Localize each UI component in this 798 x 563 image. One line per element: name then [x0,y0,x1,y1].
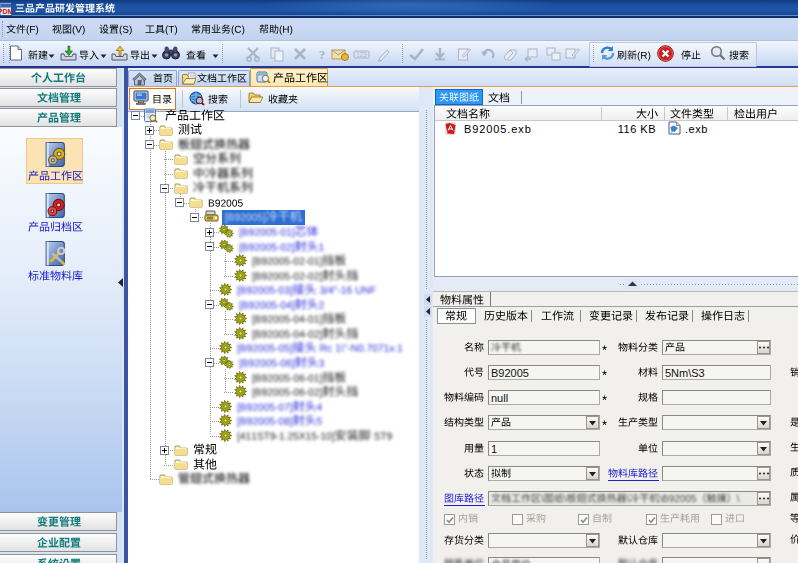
svg-text:PDM: PDM [0,8,12,15]
svg-text:?: ? [319,47,326,62]
svg-text:123: 123 [356,51,367,58]
